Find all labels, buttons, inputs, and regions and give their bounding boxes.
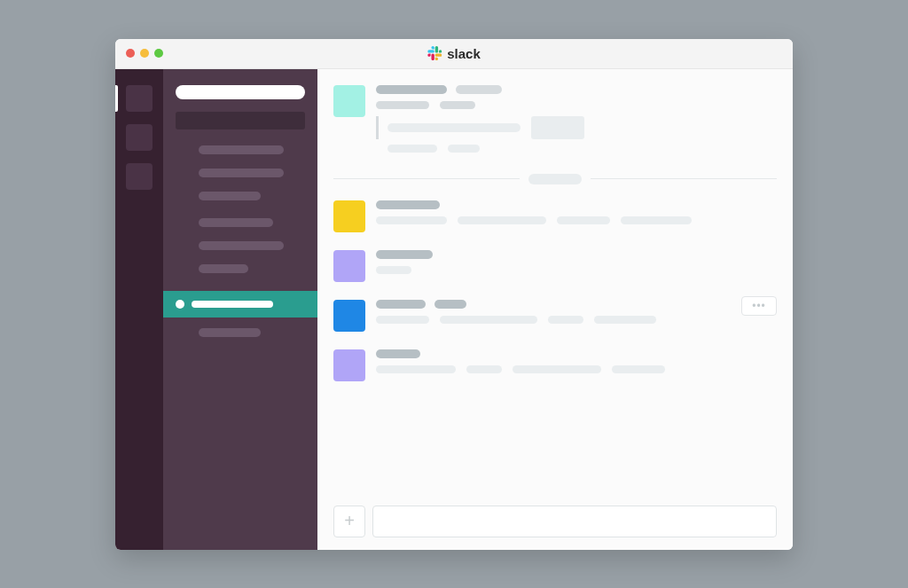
sidebar-search-input[interactable] [176,112,305,129]
message-text [440,316,537,324]
message-text [376,216,447,224]
message-text [557,216,610,224]
message-input[interactable] [372,506,777,537]
close-window-button[interactable] [126,49,135,58]
message-text [376,316,429,324]
divider-line [333,178,520,179]
message-text [376,365,456,373]
workspace-name[interactable] [176,85,305,99]
divider-label [528,174,582,184]
message[interactable] [333,250,777,282]
message-username[interactable] [376,200,440,209]
avatar[interactable] [333,200,365,232]
plus-icon: + [344,511,355,531]
channel-item[interactable] [199,264,248,273]
workspace-selected-indicator [115,85,118,112]
channel-item-selected[interactable] [163,291,317,318]
window-controls [126,49,163,58]
channel-item[interactable] [199,218,273,227]
workspace-switcher-item[interactable] [126,163,153,190]
avatar[interactable] [333,250,365,282]
avatar[interactable] [333,300,365,332]
message-text [594,316,656,324]
attach-button[interactable]: + [333,506,365,537]
avatar[interactable] [333,85,365,117]
message[interactable]: ••• [333,300,777,332]
thread-attachment[interactable] [531,116,584,139]
channel-item[interactable] [199,192,261,200]
sidebar-group [163,218,317,273]
message-text [513,365,601,373]
message[interactable] [333,85,777,153]
message-text [548,316,583,324]
message-username[interactable] [376,349,420,358]
hash-icon [176,300,184,309]
message[interactable] [333,349,777,381]
message-username[interactable] [376,300,426,309]
message-composer: + [333,506,777,537]
message-text [466,365,502,373]
divider-line [591,178,777,179]
workspace-switcher-item[interactable] [126,124,153,151]
message-username[interactable] [376,250,433,259]
message-actions-button[interactable]: ••• [741,296,777,316]
workspace-switcher-item[interactable] [126,85,153,112]
message-text [376,266,411,274]
maximize-window-button[interactable] [154,49,163,58]
app-title: slack [427,46,481,61]
message-text [376,101,429,109]
channel-item[interactable] [199,145,284,154]
titlebar: slack [115,39,793,69]
message-text [621,216,692,224]
message-text [612,365,665,373]
channel-item-label [192,301,273,308]
message-pane: ••• [317,69,793,550]
sidebar-group [163,145,317,200]
date-divider [333,174,777,184]
message[interactable] [333,200,777,232]
app-title-text: slack [447,46,481,61]
message-text [440,101,475,109]
workspace-rail [115,69,163,550]
minimize-window-button[interactable] [140,49,149,58]
channel-item[interactable] [199,169,284,177]
more-icon: ••• [752,300,766,312]
message-timestamp [456,85,502,94]
avatar[interactable] [333,349,365,381]
channel-item[interactable] [199,328,261,337]
sidebar [163,69,317,550]
slack-logo-icon [427,46,442,60]
message-username[interactable] [376,85,447,94]
quoted-reply[interactable] [376,116,777,139]
channel-item[interactable] [199,241,284,250]
message-text [458,216,546,224]
quote-text [387,123,521,132]
quoted-reply-meta [376,145,777,153]
app-window: slack [115,39,793,550]
message-timestamp [434,300,466,309]
